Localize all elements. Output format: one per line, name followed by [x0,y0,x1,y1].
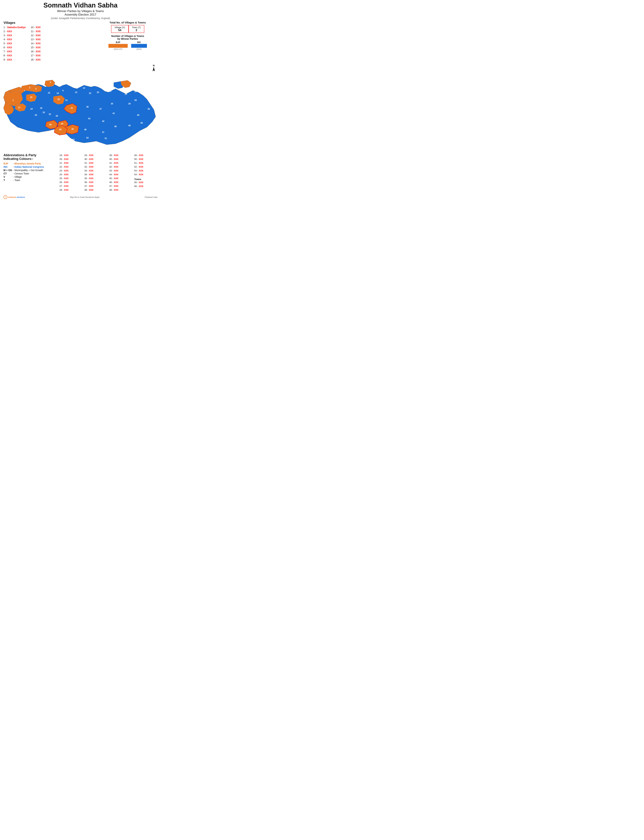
list-item: 15 - XXX [31,46,41,49]
svg-text:51: 51 [105,137,107,140]
list-item: 28 - XXX [59,188,83,192]
svg-text:20: 20 [58,98,60,100]
list-item: 41 - XXX [109,161,133,165]
village-col-1: 1 - Vadodra Dodiya 2 - XXX 3 - XXX 4 - X… [3,25,26,62]
map-svg: indiastat india.com [3,64,158,148]
svg-text:17: 17 [18,106,20,109]
abbrev-bjp-value: Bharatiya Janata Party [15,162,41,165]
svg-text:42: 42 [102,120,104,122]
abbrev-t-value: Town [15,179,20,182]
svg-text:55: 55 [59,128,62,131]
list-item: 7 - XXX [3,49,26,54]
footer-brand2: elections [16,196,25,198]
header: Somnath Vidhan Sabha Winner Parties by V… [3,2,158,20]
list-item: 6 - XXX [3,46,26,49]
inc-label: INC [131,41,147,44]
abbrev-dash1: - [13,162,14,165]
svg-text:12: 12 [83,87,85,89]
list-item: 49 - XXX [134,153,158,157]
bjp-legend: BJP (XXV+XT) [108,41,128,50]
north-arrow: N [152,64,156,73]
list-item: 8 - XXX [3,54,26,58]
list-item: 52 - XXX [134,165,158,169]
svg-text:27: 27 [148,94,150,96]
list-item: 56 - XXX [134,184,158,188]
svg-text:1: 1 [13,99,14,102]
abbrev-mog-row: M + OG - Municipallity + Out Growth [3,169,58,172]
villages-bottom: 19 - XXX 20 - XXX 21 - XXX 22 - XXX 23 -… [58,153,158,192]
sub-title: Winner Parties by Villages & Towns [3,10,158,13]
svg-text:44: 44 [61,123,63,125]
abbrev-v-value: Village [15,176,22,178]
list-item: 50 - XXX [134,157,158,161]
list-item: 12 - XXX [31,33,41,38]
list-item: 31 - XXX [84,161,108,165]
paren-title: (under Junagadh Parliamentary Constituen… [3,17,158,20]
svg-text:43: 43 [88,117,90,120]
list-item: 29 - XXX [84,153,108,157]
list-item: 39 - XXX [109,153,133,157]
list-item: 3 - XXX [3,33,26,38]
bjp-label: BJP [108,41,128,44]
svg-text:21: 21 [65,99,68,102]
abbrev-dash5: - [13,176,14,178]
svg-text:2: 2 [29,86,30,89]
list-item: 17 - XXX [31,54,41,58]
footer-left: i indiastatelections [3,195,25,199]
village-label: Village (V) [115,26,125,29]
svg-text:50: 50 [140,122,143,124]
list-item: 27 - XXX [59,184,83,188]
svg-text:46: 46 [84,128,87,131]
list-item: 20 - XXX [59,157,83,161]
list-item: 35 - XXX [84,176,108,180]
abbrev-bjp-row: BJP - Bharatiya Janata Party [3,162,58,165]
footer-disclaimer: Map Not to Scale Disclaimer Apply [70,196,100,198]
villages-section: Villages 1 - Vadodra Dodiya 2 - XXX 3 - … [3,21,158,62]
svg-text:16: 16 [30,96,32,99]
list-item: 21 - XXX [59,161,83,165]
main-title: Somnath Vidhan Sabha [3,2,158,9]
list-item: 48 - XXX [109,188,133,192]
abbrev-v-row: V - Village [3,176,58,178]
svg-text:5: 5 [57,79,58,81]
abbrev-ct-row: CT - Census Town [3,172,58,175]
svg-text:15: 15 [48,92,50,94]
abbrev-dash3: - [13,169,14,172]
year-title: Assembly Election 2017 [3,13,158,16]
town-count-cell: Town (T) 2 [128,25,145,33]
abbrev-mog-value: Municipallity + Out Growth [15,169,43,172]
list-item: 4 - XXX [3,38,26,41]
list-item: 11 - XXX [31,30,41,33]
list-item: 24 - XXX [59,173,83,176]
svg-text:3: 3 [35,88,36,90]
svg-text:33: 33 [43,111,45,114]
svg-text:34: 34 [34,114,37,116]
svg-text:23: 23 [97,91,99,94]
svg-text:54: 54 [97,143,99,145]
inc-sublabel: (XXV) [131,48,147,50]
list-item: 30 - XXX [84,157,108,161]
abbrev-inc-key: INC [3,166,12,168]
town-label: Town (T) [132,26,141,29]
svg-text:7: 7 [71,84,72,87]
list-item: 1 - Vadodra Dodiya [3,25,26,30]
abbrev-dash2: - [13,166,14,168]
list-item: 32 - XXX [84,165,108,169]
town-value: 2 [132,29,141,32]
list-item: 23 - XXX [59,169,83,173]
svg-text:24: 24 [109,90,112,92]
list-item: 38 - XXX [84,188,108,192]
list-item: 10 - XXX [31,25,41,30]
list-item: 26 - XXX [59,180,83,184]
list-item: 55 - XXX [134,181,158,184]
vb-col-4: 49 - XXX 50 - XXX 51 - XXX 52 - XXX 53 -… [133,153,158,192]
vb-col-3: 39 - XXX 40 - XXX 41 - XXX 42 - XXX 43 -… [108,153,133,192]
svg-text:10: 10 [83,80,85,82]
footer: i indiastatelections Map Not to Scale Di… [3,195,158,199]
list-item: 40 - XXX [109,157,133,161]
footer-logo: i [3,195,7,199]
list-item: 5 - XXX [3,41,26,46]
svg-text:45: 45 [71,128,74,130]
list-item: 16 - XXX [31,49,41,54]
abbrev-v-key: V [3,176,12,178]
